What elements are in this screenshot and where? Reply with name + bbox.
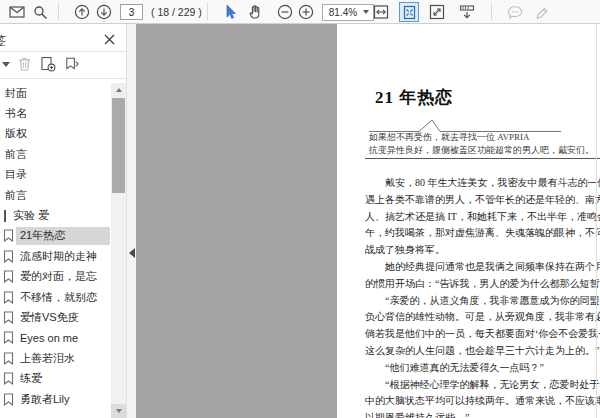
zoom-level-value: 81.4% xyxy=(323,7,363,18)
body-text: 戴安，80 年生大连美女，我密友中最有斗志的一位。总有 遇上各类不靠谱的男人，不… xyxy=(365,175,600,418)
bookmark-item[interactable]: Eyes on me xyxy=(0,328,111,348)
triangle-up-icon xyxy=(116,88,122,92)
close-icon xyxy=(103,33,116,46)
bookmark-label: 爱情VS免疫 xyxy=(20,310,79,325)
plus-circle-icon xyxy=(298,4,314,20)
bookmarks-panel: 签 xyxy=(0,24,126,418)
select-tool-button[interactable] xyxy=(222,4,238,20)
epigraph-line: 抗变异性良好，腹侧被盖区功能超常的男人吧，戴安们。 xyxy=(369,144,594,157)
fit-width-icon xyxy=(373,4,389,20)
bookmark-item[interactable]: 不移情，就别恋 xyxy=(0,287,111,307)
sidebar-scrollbar[interactable] xyxy=(111,83,126,418)
bookmark-item[interactable]: 书名 xyxy=(0,103,111,123)
text-line: 戴安，80 年生大连美女，我密友中最有斗志的一位。总有 xyxy=(365,175,600,192)
bookmark-item-selected[interactable]: 21年热恋 xyxy=(0,226,111,246)
bookmark-label: 流感时期的走神 xyxy=(20,249,97,264)
expand-icon xyxy=(429,4,445,20)
text-line: 战成了独身将军。 xyxy=(365,242,600,259)
panel-splitter[interactable] xyxy=(126,24,136,418)
bookmark-item[interactable]: 上善若泪水 xyxy=(0,348,111,368)
scrollbar-thumb[interactable] xyxy=(112,98,125,193)
bookmark-icon xyxy=(4,210,6,222)
hide-toolbar-button[interactable] xyxy=(459,4,475,20)
bookmark-item[interactable]: 前言 xyxy=(0,185,111,205)
close-panel-button[interactable] xyxy=(103,32,116,45)
epigraph-bottom-rule xyxy=(365,158,600,159)
bookmark-icon xyxy=(3,270,17,283)
page-number-input[interactable] xyxy=(120,4,143,20)
bookmark-options-button[interactable] xyxy=(0,56,14,72)
scroll-down-button[interactable] xyxy=(111,404,126,418)
toolbar-separator xyxy=(207,3,208,20)
bookmark-icon xyxy=(3,291,17,304)
email-button[interactable] xyxy=(9,4,25,20)
chevron-down-icon xyxy=(363,10,369,14)
bookmark-item[interactable]: 前言 xyxy=(0,144,111,164)
bookmark-item[interactable]: 版权 xyxy=(0,124,111,144)
comment-button[interactable] xyxy=(507,4,523,20)
triangle-down-icon xyxy=(116,409,122,413)
collapse-panel-icon[interactable] xyxy=(129,248,135,258)
highlight-button[interactable] xyxy=(534,4,550,20)
trash-icon xyxy=(17,56,32,72)
bookmark-icon xyxy=(3,352,17,365)
document-viewport[interactable]: 21 年热恋 如果想不再受伤，就去寻找一位 AVPRIA 抗变异性良好，腹侧被盖… xyxy=(136,24,600,418)
expand-bookmarks-icon xyxy=(64,56,80,72)
bookmark-icon xyxy=(3,372,17,385)
bookmark-item[interactable]: 爱的对面，是忘 xyxy=(0,267,111,287)
main-toolbar: ( 18 / 229 ) 81.4% xyxy=(0,0,600,24)
fullscreen-button[interactable] xyxy=(429,4,445,20)
hand-tool-button[interactable] xyxy=(247,4,263,20)
bookmark-list: 封面 书名 版权 前言 目录 前言 实验 爱 21年热恋 流感时期的走神 爱的对… xyxy=(0,83,111,409)
hand-icon xyxy=(248,4,263,20)
scroll-up-button[interactable] xyxy=(111,83,126,97)
bookmarks-panel-title: 签 xyxy=(0,32,6,50)
fit-page-icon xyxy=(402,5,417,20)
zoom-level-dropdown[interactable]: 81.4% xyxy=(322,4,374,21)
bookmarks-toolbar xyxy=(0,54,126,76)
expand-bookmarks-button[interactable] xyxy=(64,56,80,72)
previous-page-button[interactable] xyxy=(74,4,90,20)
cursor-arrow-icon xyxy=(223,4,238,20)
bookmark-item[interactable]: 流感时期的走神 xyxy=(0,246,111,266)
bookmark-label: 前言 xyxy=(5,188,27,203)
bookmark-icon xyxy=(3,250,17,263)
zoom-out-button[interactable] xyxy=(277,4,293,20)
bookmark-label: 版权 xyxy=(5,126,27,141)
bookmark-item[interactable]: 目录 xyxy=(0,165,111,185)
toolbar-separator xyxy=(58,3,59,20)
fit-width-button[interactable] xyxy=(373,4,389,20)
text-line: 负心背信的雄性动物。可是，从旁观角度，我非常有必要告 xyxy=(365,309,600,326)
text-line: “根据神经心理学的解释，无论男女，恋爱时处于多巴胺 xyxy=(365,377,600,394)
bookmark-item[interactable]: 封面 xyxy=(0,83,111,103)
arrow-down-circle-icon xyxy=(96,4,112,20)
text-line: 倘若我是他们中的一员，每天都要面对‘你会不会爱我一生一 xyxy=(365,326,600,343)
text-line: 午，约我喝茶，那对虚焦游离、失魂落魄的眼神，不问也知：又 xyxy=(365,225,600,242)
bookmark-icon xyxy=(3,229,17,242)
bookmark-item[interactable]: 实验 爱 xyxy=(0,205,111,225)
text-line: 中的大脑状态平均可以持续两年。通常来说，不应该期望每 xyxy=(365,393,600,410)
text-line: 的惯用开场白：“告诉我，男人的爱为什么都那么短暂？” xyxy=(365,276,600,293)
bookmark-label: 21年热恋 xyxy=(20,228,65,243)
search-button[interactable] xyxy=(32,4,48,20)
fit-page-button[interactable] xyxy=(399,2,419,22)
bookmark-label: 目录 xyxy=(5,167,27,182)
bookmark-icon xyxy=(3,393,17,406)
document-scrollbar-edge xyxy=(596,24,597,418)
text-line: “他们难道真的无法爱得久一点吗？” xyxy=(365,360,600,377)
delete-bookmark-button[interactable] xyxy=(16,56,32,72)
minus-circle-icon xyxy=(277,4,293,20)
bookmark-item[interactable]: 勇敢者Lily xyxy=(0,389,111,409)
text-line: “亲爱的，从道义角度，我非常愿意成为你的同盟，去谴 xyxy=(365,293,600,310)
bookmark-item[interactable]: 爱情VS免疫 xyxy=(0,307,111,327)
add-bookmark-button[interactable] xyxy=(40,56,56,72)
bookmark-item[interactable]: 练爱 xyxy=(0,368,111,388)
divider xyxy=(0,78,126,79)
zoom-in-button[interactable] xyxy=(298,4,314,20)
toolbar-down-icon xyxy=(459,4,475,20)
bookmark-icon xyxy=(3,331,17,344)
bookmark-label: 勇敢者Lily xyxy=(20,392,70,407)
chevron-down-icon xyxy=(2,62,10,67)
pdf-reader-window: ( 18 / 229 ) 81.4% xyxy=(0,0,600,418)
next-page-button[interactable] xyxy=(96,4,112,20)
